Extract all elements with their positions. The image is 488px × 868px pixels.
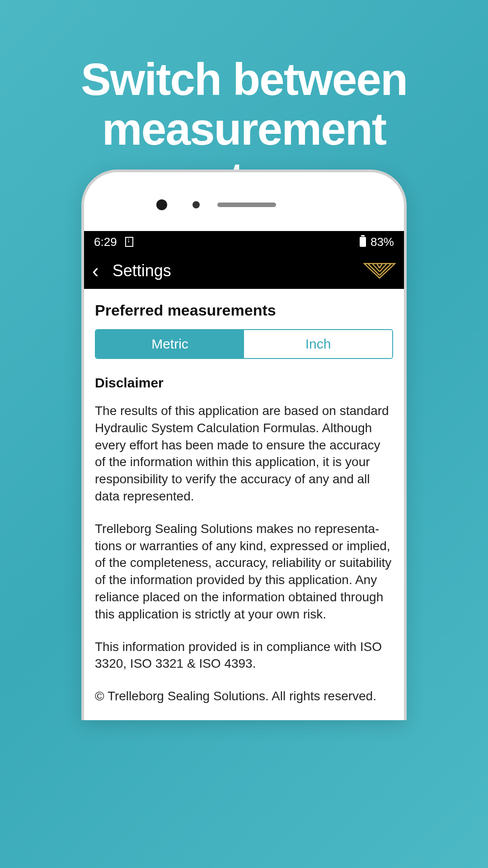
phone-hardware-top — [84, 172, 404, 231]
speaker-icon — [217, 203, 276, 207]
disclaimer-paragraph-1: The results of this application are base… — [95, 402, 393, 505]
status-left: 6:29 — [94, 235, 133, 249]
disclaimer-paragraph-2: Trelleborg Sealing Solutions makes no re… — [95, 520, 393, 623]
status-time: 6:29 — [94, 235, 117, 249]
settings-content: Preferred measurements Metric Inch Discl… — [84, 289, 404, 705]
disclaimer-paragraph-3: This information provided is in complian… — [95, 638, 393, 673]
segment-metric[interactable]: Metric — [96, 330, 244, 358]
camera-icon — [156, 199, 167, 210]
battery-percent: 83% — [371, 235, 394, 249]
brand-logo-icon — [363, 263, 396, 279]
measurement-segmented-control: Metric Inch — [95, 329, 393, 359]
status-bar: 6:29 83% — [84, 231, 404, 253]
disclaimer-heading: Disclaimer — [95, 375, 393, 391]
battery-icon — [360, 237, 366, 247]
back-icon[interactable]: ‹ — [92, 261, 99, 281]
segment-inch[interactable]: Inch — [244, 330, 392, 358]
app-header: ‹ Settings — [84, 253, 404, 289]
page-title: Settings — [113, 261, 363, 280]
download-icon — [125, 237, 133, 247]
sensor-icon — [192, 201, 200, 208]
status-right: 83% — [360, 235, 394, 249]
phone-frame: 6:29 83% ‹ Settings Preferred measuremen… — [81, 170, 407, 720]
copyright-text: © Trelleborg Sealing Solutions. All righ… — [95, 688, 393, 705]
preferred-measurements-heading: Preferred measurements — [95, 302, 393, 319]
